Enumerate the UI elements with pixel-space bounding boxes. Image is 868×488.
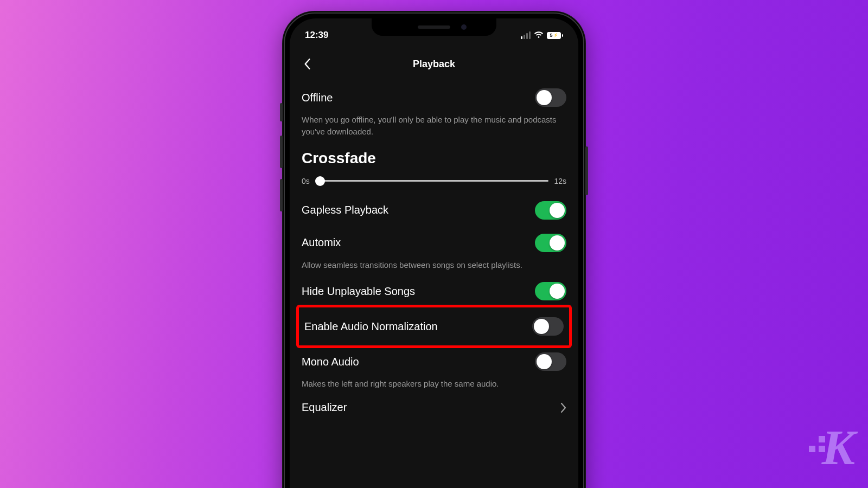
offline-row: Offline <box>302 81 566 114</box>
mono-audio-toggle[interactable] <box>535 352 566 371</box>
chevron-right-icon <box>560 402 566 413</box>
page-title: Playback <box>413 59 455 70</box>
slider-thumb[interactable] <box>315 176 325 186</box>
highlight-annotation: Enable Audio Normalization <box>296 305 572 348</box>
automix-description: Allow seamless transitions between songs… <box>302 259 566 275</box>
crossfade-min-label: 0s <box>302 177 310 185</box>
mono-audio-description: Makes the left and right speakers play t… <box>302 378 566 394</box>
equalizer-label: Equalizer <box>302 401 347 414</box>
crossfade-title: Crossfade <box>302 142 566 172</box>
status-time: 12:39 <box>305 30 328 41</box>
gapless-label: Gapless Playback <box>302 204 388 216</box>
offline-label: Offline <box>302 92 333 104</box>
battery-icon: 5⚡ <box>547 32 563 39</box>
audio-normalization-toggle[interactable] <box>532 317 564 336</box>
hide-unplayable-toggle[interactable] <box>535 282 566 300</box>
notch <box>372 18 496 36</box>
mono-audio-label: Mono Audio <box>302 356 359 368</box>
mute-switch <box>280 103 283 121</box>
nav-header: Playback <box>290 49 578 79</box>
hide-unplayable-label: Hide Unplayable Songs <box>302 285 415 298</box>
cellular-icon <box>521 31 531 39</box>
mono-audio-row: Mono Audio <box>302 348 566 378</box>
audio-normalization-row: Enable Audio Normalization <box>304 307 564 345</box>
crossfade-slider[interactable] <box>315 176 549 187</box>
back-button[interactable] <box>299 56 315 72</box>
gapless-row: Gapless Playback <box>302 194 566 227</box>
crossfade-slider-row: 0s 12s <box>302 172 566 194</box>
wifi-icon <box>534 31 544 39</box>
chevron-left-icon <box>303 58 311 70</box>
automix-label: Automix <box>302 236 341 249</box>
screen: 12:39 5⚡ Playback Offline <box>290 18 578 488</box>
volume-up-button <box>280 136 283 168</box>
automix-toggle[interactable] <box>535 234 566 252</box>
hide-unplayable-row: Hide Unplayable Songs <box>302 275 566 305</box>
equalizer-row[interactable]: Equalizer <box>302 394 566 421</box>
volume-down-button <box>280 179 283 211</box>
audio-normalization-label: Enable Audio Normalization <box>304 320 438 333</box>
crossfade-max-label: 12s <box>554 177 566 185</box>
automix-row: Automix <box>302 227 566 259</box>
phone-frame: 12:39 5⚡ Playback Offline <box>282 11 586 488</box>
watermark-logo: K <box>809 419 853 476</box>
offline-description: When you go offline, you'll only be able… <box>302 114 566 142</box>
offline-toggle[interactable] <box>535 88 566 107</box>
power-button <box>585 146 588 195</box>
gapless-toggle[interactable] <box>535 201 566 220</box>
